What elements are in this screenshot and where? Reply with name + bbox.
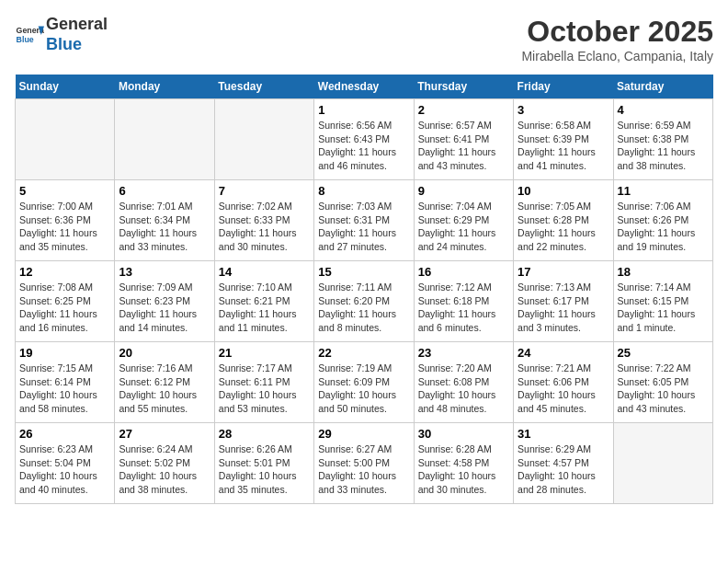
week-row-5: 26Sunrise: 6:23 AM Sunset: 5:04 PM Dayli…: [16, 423, 713, 504]
week-row-4: 19Sunrise: 7:15 AM Sunset: 6:14 PM Dayli…: [16, 342, 713, 423]
calendar-cell: 15Sunrise: 7:11 AM Sunset: 6:20 PM Dayli…: [314, 261, 414, 342]
day-number: 23: [418, 346, 509, 360]
day-number: 15: [318, 265, 409, 279]
day-number: 2: [418, 103, 509, 117]
week-row-1: 1Sunrise: 6:56 AM Sunset: 6:43 PM Daylig…: [16, 99, 713, 180]
calendar-cell: 31Sunrise: 6:29 AM Sunset: 4:57 PM Dayli…: [514, 423, 613, 504]
day-number: 8: [318, 184, 409, 198]
calendar-cell: 21Sunrise: 7:17 AM Sunset: 6:11 PM Dayli…: [214, 342, 313, 423]
calendar-cell: 26Sunrise: 6:23 AM Sunset: 5:04 PM Dayli…: [16, 423, 115, 504]
day-header-thursday: Thursday: [414, 75, 513, 99]
day-number: 29: [318, 427, 409, 441]
day-info: Sunrise: 6:58 AM Sunset: 6:39 PM Dayligh…: [518, 119, 609, 173]
month-title: October 2025: [521, 15, 713, 49]
day-info: Sunrise: 7:15 AM Sunset: 6:14 PM Dayligh…: [19, 362, 110, 416]
day-number: 20: [119, 346, 210, 360]
day-info: Sunrise: 7:22 AM Sunset: 6:05 PM Dayligh…: [618, 362, 709, 416]
day-number: 16: [418, 265, 509, 279]
calendar-cell: 28Sunrise: 6:26 AM Sunset: 5:01 PM Dayli…: [214, 423, 313, 504]
day-number: 6: [119, 184, 210, 198]
location: Mirabella Eclano, Campania, Italy: [521, 49, 713, 63]
svg-text:Blue: Blue: [17, 35, 34, 44]
day-number: 21: [219, 346, 310, 360]
day-info: Sunrise: 6:56 AM Sunset: 6:43 PM Dayligh…: [318, 119, 409, 173]
logo: General Blue General Blue: [15, 15, 108, 54]
calendar-cell: [115, 99, 214, 180]
day-number: 28: [219, 427, 310, 441]
day-info: Sunrise: 7:17 AM Sunset: 6:11 PM Dayligh…: [219, 362, 310, 416]
day-info: Sunrise: 7:12 AM Sunset: 6:18 PM Dayligh…: [418, 281, 509, 335]
day-info: Sunrise: 7:19 AM Sunset: 6:09 PM Dayligh…: [318, 362, 409, 416]
day-number: 19: [19, 346, 110, 360]
day-info: Sunrise: 7:16 AM Sunset: 6:12 PM Dayligh…: [119, 362, 210, 416]
calendar-table: SundayMondayTuesdayWednesdayThursdayFrid…: [15, 75, 713, 504]
day-info: Sunrise: 7:20 AM Sunset: 6:08 PM Dayligh…: [418, 362, 509, 416]
day-number: 9: [418, 184, 509, 198]
calendar-cell: 3Sunrise: 6:58 AM Sunset: 6:39 PM Daylig…: [514, 99, 613, 180]
calendar-cell: 8Sunrise: 7:03 AM Sunset: 6:31 PM Daylig…: [314, 180, 414, 261]
day-header-tuesday: Tuesday: [214, 75, 313, 99]
day-info: Sunrise: 6:29 AM Sunset: 4:57 PM Dayligh…: [518, 442, 609, 497]
day-number: 22: [318, 346, 409, 360]
calendar-cell: 5Sunrise: 7:00 AM Sunset: 6:36 PM Daylig…: [16, 180, 115, 261]
calendar-cell: 29Sunrise: 6:27 AM Sunset: 5:00 PM Dayli…: [314, 423, 414, 504]
day-info: Sunrise: 7:04 AM Sunset: 6:29 PM Dayligh…: [418, 200, 509, 254]
day-number: 7: [219, 184, 310, 198]
calendar-cell: 6Sunrise: 7:01 AM Sunset: 6:34 PM Daylig…: [115, 180, 214, 261]
day-info: Sunrise: 7:09 AM Sunset: 6:23 PM Dayligh…: [119, 281, 210, 335]
title-block: October 2025 Mirabella Eclano, Campania,…: [521, 15, 713, 63]
day-number: 30: [418, 427, 509, 441]
logo-icon: General Blue: [15, 20, 44, 50]
day-info: Sunrise: 7:21 AM Sunset: 6:06 PM Dayligh…: [518, 362, 609, 416]
day-info: Sunrise: 7:13 AM Sunset: 6:17 PM Dayligh…: [518, 281, 609, 335]
day-number: 14: [219, 265, 310, 279]
calendar-cell: 30Sunrise: 6:28 AM Sunset: 4:58 PM Dayli…: [414, 423, 513, 504]
day-number: 25: [618, 346, 709, 360]
day-info: Sunrise: 7:00 AM Sunset: 6:36 PM Dayligh…: [19, 200, 110, 254]
day-info: Sunrise: 6:28 AM Sunset: 4:58 PM Dayligh…: [418, 442, 509, 497]
day-number: 27: [119, 427, 210, 441]
day-info: Sunrise: 6:23 AM Sunset: 5:04 PM Dayligh…: [19, 442, 110, 497]
day-number: 18: [618, 265, 709, 279]
calendar-cell: 25Sunrise: 7:22 AM Sunset: 6:05 PM Dayli…: [613, 342, 712, 423]
day-header-wednesday: Wednesday: [314, 75, 414, 99]
day-header-friday: Friday: [514, 75, 613, 99]
day-number: 13: [119, 265, 210, 279]
calendar-cell: 18Sunrise: 7:14 AM Sunset: 6:15 PM Dayli…: [613, 261, 712, 342]
calendar-cell: 1Sunrise: 6:56 AM Sunset: 6:43 PM Daylig…: [314, 99, 414, 180]
day-number: 3: [518, 103, 609, 117]
calendar-cell: 20Sunrise: 7:16 AM Sunset: 6:12 PM Dayli…: [115, 342, 214, 423]
day-info: Sunrise: 7:02 AM Sunset: 6:33 PM Dayligh…: [219, 200, 310, 254]
week-row-3: 12Sunrise: 7:08 AM Sunset: 6:25 PM Dayli…: [16, 261, 713, 342]
logo-text: General Blue: [46, 15, 108, 54]
page-header: General Blue General Blue October 2025 M…: [15, 15, 713, 63]
calendar-cell: [613, 423, 712, 504]
calendar-cell: [214, 99, 313, 180]
calendar-cell: [16, 99, 115, 180]
day-number: 12: [19, 265, 110, 279]
calendar-cell: 14Sunrise: 7:10 AM Sunset: 6:21 PM Dayli…: [214, 261, 313, 342]
calendar-cell: 10Sunrise: 7:05 AM Sunset: 6:28 PM Dayli…: [514, 180, 613, 261]
days-header-row: SundayMondayTuesdayWednesdayThursdayFrid…: [16, 75, 713, 99]
calendar-cell: 13Sunrise: 7:09 AM Sunset: 6:23 PM Dayli…: [115, 261, 214, 342]
calendar-cell: 12Sunrise: 7:08 AM Sunset: 6:25 PM Dayli…: [16, 261, 115, 342]
calendar-cell: 11Sunrise: 7:06 AM Sunset: 6:26 PM Dayli…: [613, 180, 712, 261]
calendar-cell: 17Sunrise: 7:13 AM Sunset: 6:17 PM Dayli…: [514, 261, 613, 342]
day-info: Sunrise: 7:11 AM Sunset: 6:20 PM Dayligh…: [318, 281, 409, 335]
day-info: Sunrise: 7:10 AM Sunset: 6:21 PM Dayligh…: [219, 281, 310, 335]
day-header-sunday: Sunday: [16, 75, 115, 99]
day-number: 26: [19, 427, 110, 441]
day-info: Sunrise: 6:27 AM Sunset: 5:00 PM Dayligh…: [318, 442, 409, 497]
calendar-cell: 22Sunrise: 7:19 AM Sunset: 6:09 PM Dayli…: [314, 342, 414, 423]
day-header-monday: Monday: [115, 75, 214, 99]
day-info: Sunrise: 7:14 AM Sunset: 6:15 PM Dayligh…: [618, 281, 709, 335]
day-info: Sunrise: 6:26 AM Sunset: 5:01 PM Dayligh…: [219, 442, 310, 497]
calendar-cell: 27Sunrise: 6:24 AM Sunset: 5:02 PM Dayli…: [115, 423, 214, 504]
day-number: 1: [318, 103, 409, 117]
calendar-cell: 16Sunrise: 7:12 AM Sunset: 6:18 PM Dayli…: [414, 261, 513, 342]
day-info: Sunrise: 7:03 AM Sunset: 6:31 PM Dayligh…: [318, 200, 409, 254]
day-number: 4: [618, 103, 709, 117]
day-info: Sunrise: 6:59 AM Sunset: 6:38 PM Dayligh…: [618, 119, 709, 173]
calendar-cell: 23Sunrise: 7:20 AM Sunset: 6:08 PM Dayli…: [414, 342, 513, 423]
day-number: 31: [518, 427, 609, 441]
